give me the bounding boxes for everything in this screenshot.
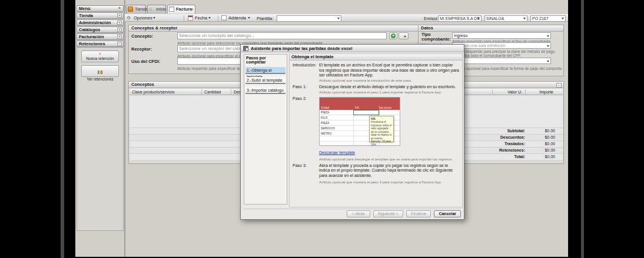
dropdown-caret-icon [248, 17, 250, 19]
collapse-sidebar-icon[interactable]: « [117, 6, 122, 11]
atras-button[interactable]: < Atrás [347, 210, 370, 217]
plantilla-select[interactable] [277, 15, 341, 22]
nueva-retencion-button[interactable]: ● Nueva retención [81, 51, 119, 62]
concepto-input[interactable]: Seleccione un concepto del catálogo... [177, 32, 387, 39]
screen: Menú « Tienda + Administración + Catálog… [0, 0, 644, 258]
calendar-icon [188, 15, 193, 21]
opciones-menu-button[interactable]: ⚙ Opciones [126, 15, 157, 21]
column-header[interactable]: Cantidad [204, 89, 221, 95]
toolbar-separator [218, 15, 218, 21]
dropdown-caret-icon [337, 18, 340, 19]
excel-selected-cell [353, 110, 379, 115]
list-bars-icon [98, 71, 102, 74]
dropdown-caret-icon [523, 18, 526, 19]
tab-tienda[interactable]: Tienda [126, 5, 146, 14]
excel-tooltip: IVA Introduzca el impuesto sobre el valo… [369, 116, 394, 142]
concepto-options-button[interactable] [399, 32, 409, 39]
intro-row: Introducción: El template es un archivo … [293, 63, 459, 83]
retenciones-panel: ● Nueva retención Ver retenciones [77, 47, 124, 231]
finalizar-button[interactable]: Finalizar [406, 210, 431, 217]
dropdown-caret-icon [562, 18, 564, 19]
descargar-template-link[interactable]: Descargar template [319, 150, 355, 155]
sidebar-item-facturacion[interactable]: Facturación + [77, 33, 124, 40]
siguiente-button[interactable]: Siguiente > [373, 210, 403, 217]
sidebar: Menú « Tienda + Administración + Catálog… [77, 5, 124, 48]
ver-retenciones-button[interactable]: Ver retenciones [81, 65, 119, 77]
sidebar-divider [124, 0, 125, 257]
tab-inicio[interactable]: ⌂ Inicio [147, 5, 166, 14]
step-obtenga-template[interactable]: 1.-Obtenga el template [245, 67, 286, 74]
uso-cfdi-label: Uso del CFDI: [131, 59, 160, 64]
background-strip-left [61, 0, 64, 258]
paso2-label: Paso 2: [293, 96, 319, 162]
paso3-label: Paso 3: [293, 163, 319, 185]
expand-plus-icon[interactable]: + [117, 28, 122, 32]
toolbar: ⚙ Opciones Fecha Addenda Plantilla: Emis… [125, 14, 568, 22]
paso3-row: Paso 3: Abra el template y proceda a cop… [293, 163, 459, 185]
dropdown-caret-icon [547, 35, 549, 37]
column-header[interactable]: Clave producto/servicio [132, 89, 175, 95]
emisor-company-select[interactable]: MI EMPRESA S.A DE C.V [438, 15, 482, 22]
fecha-menu-button[interactable]: Fecha [187, 15, 212, 21]
close-tab-icon[interactable]: × [191, 5, 194, 13]
tipo-comprobante-label: Tipo comprobante: [421, 32, 451, 42]
collapse-minus-icon[interactable]: − [117, 42, 122, 46]
dialog-footer: < Atrás Siguiente > Finalizar Cancelar [244, 209, 461, 217]
metodo-pago-select[interactable]: Pago en una sola exhibición [452, 42, 551, 49]
expand-plus-icon[interactable]: + [117, 21, 122, 25]
import-wizard-dialog: Asistente para importar las partidas des… [240, 44, 464, 220]
green-plus-icon: + [391, 33, 396, 38]
tipo-comprobante-select[interactable]: Ingreso [452, 32, 551, 39]
receptor-label: Receptor: [131, 46, 152, 52]
emisor-branch-select[interactable]: SINALOA [484, 15, 527, 22]
step-importar-catalogo[interactable]: 3.-Importar catálogo [245, 87, 286, 94]
cancelar-button[interactable]: Cancelar [434, 210, 461, 217]
column-header[interactable]: Valor U. [494, 89, 522, 95]
document-icon [221, 15, 227, 21]
sidebar-item-label: Tienda [79, 13, 93, 18]
sidebar-item-label: Retenciones [79, 41, 105, 46]
dropdown-caret-icon [547, 45, 549, 47]
steps-title: Pasos por completar [244, 55, 287, 64]
dropdown-caret-icon [153, 17, 155, 19]
sidebar-item-label: Administración [79, 20, 111, 25]
step-subir-template[interactable]: 2.-Subir el template [245, 77, 286, 84]
emisor-label: Emisor [424, 15, 437, 22]
sidebar-item-tienda[interactable]: Tienda + [77, 12, 124, 19]
paso1-label: Paso 1: [293, 85, 319, 95]
paso2-row: Paso 2: Unidad IVA Tipo precio PIEZA KIL… [293, 96, 459, 162]
new-retention-icon: ● [82, 51, 118, 56]
dialog-titlebar: Asistente para importar las partidas des… [241, 45, 464, 52]
sidebar-header-menu[interactable]: Menú « [77, 5, 124, 12]
forma-pago-select[interactable] [452, 58, 551, 64]
sidebar-item-administracion[interactable]: Administración + [77, 19, 124, 26]
emisor-series-select[interactable]: PO 2167 [530, 15, 566, 22]
home-icon: ⌂ [149, 6, 154, 12]
content-title: Obtenga el template [290, 54, 462, 61]
addenda-menu-button[interactable]: Addenda [221, 15, 251, 21]
panel-title: Conceptos & receptor [129, 25, 446, 32]
intro-label: Introducción: [293, 63, 319, 83]
expand-plus-icon[interactable]: + [117, 35, 122, 39]
sidebar-item-retenciones[interactable]: Retenciones − [77, 41, 124, 47]
column-header[interactable]: Importe [530, 89, 553, 95]
dropdown-caret-icon [477, 18, 480, 19]
content-body: Introducción: El template es un archivo … [290, 61, 462, 207]
sidebar-item-catalogos[interactable]: Catálogos + [77, 26, 124, 33]
invoice-page-icon [169, 6, 174, 12]
wizard-steps-panel: Pasos por completar 1.-Obtenga el templa… [244, 54, 287, 205]
intro-helper: Atributo opcional que muestra la introdu… [319, 79, 459, 83]
collapse-panel-icon[interactable]: − [556, 83, 562, 88]
dropdown-caret-icon [547, 61, 549, 62]
gear-icon: ⚙ [127, 15, 132, 21]
dropdown-caret-icon [208, 17, 211, 19]
tab-factura[interactable]: Factura × [167, 5, 195, 14]
wizard-content-panel: Obtenga el template Introducción: El tem… [289, 53, 463, 207]
sidebar-item-label: Catálogos [79, 27, 100, 32]
panel-title: Datos [419, 25, 563, 32]
toolbar-separator [184, 15, 184, 21]
paso3-text: Abra el template y proceda a copiar y/o … [319, 163, 459, 179]
paso1-text: Descargue desde el atributo debajo el te… [319, 85, 459, 90]
add-concepto-button[interactable]: + [389, 32, 397, 39]
expand-plus-icon[interactable]: + [117, 14, 122, 18]
